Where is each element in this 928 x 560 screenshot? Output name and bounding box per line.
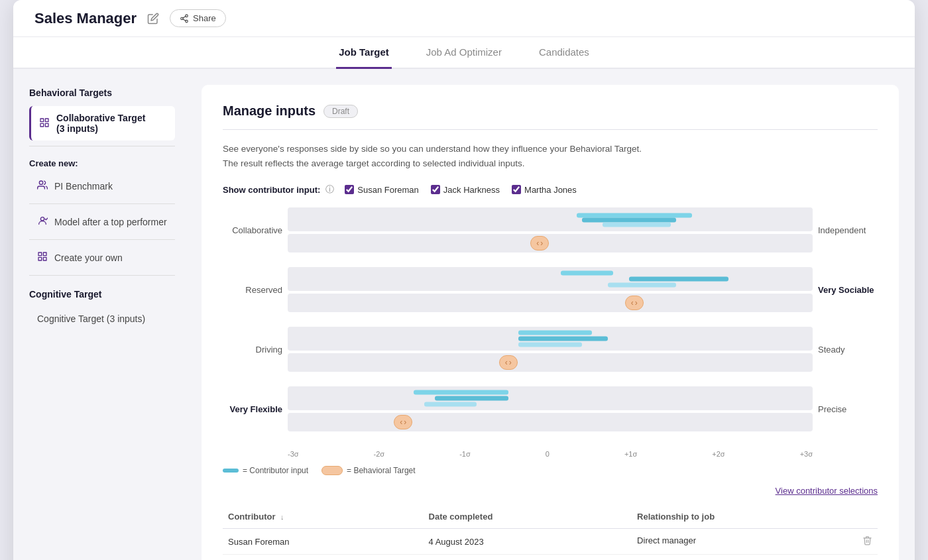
collaborative-target-label: Collaborative Target (3 inputs) xyxy=(56,113,145,134)
driving-bar-1 xyxy=(518,331,592,335)
axis-label-1: -2σ xyxy=(374,450,385,458)
header-divider xyxy=(223,129,878,130)
create-icon xyxy=(37,251,48,264)
trait-row-driving: Driving ‹ › xyxy=(223,327,878,372)
model-label: Model after a top performer xyxy=(54,217,167,227)
reserved-target-handle[interactable]: ‹ › xyxy=(625,296,644,310)
svg-line-4 xyxy=(183,16,186,17)
svg-rect-13 xyxy=(38,257,42,260)
row-relationship: Direct manager xyxy=(632,529,878,555)
legend-contributor-color xyxy=(223,469,239,473)
tab-job-ad-optimizer[interactable]: Job Ad Optimizer xyxy=(424,37,504,69)
trait-row-collaborative: Collaborative xyxy=(223,207,878,252)
tab-candidates[interactable]: Candidates xyxy=(536,37,592,69)
checkbox-martha[interactable]: Martha Jones xyxy=(512,185,577,195)
sort-icon-contributor[interactable]: ↓ xyxy=(280,513,284,521)
reserved-target-bar: ‹ › xyxy=(288,294,813,312)
checkbox-susan[interactable]: Susan Foreman xyxy=(345,185,419,195)
cognitive-target-label: Cognitive Target (3 inputs) xyxy=(37,313,145,324)
svg-point-9 xyxy=(39,181,42,184)
collaborative-bar-container: ‹ › xyxy=(288,207,813,252)
axis-labels-row: -3σ -2σ -1σ 0 +1σ +2σ +3σ xyxy=(288,446,813,458)
svg-rect-14 xyxy=(43,257,46,260)
driving-right-label: Steady xyxy=(818,345,878,355)
driving-bar-container: ‹ › xyxy=(288,327,813,372)
sidebar-item-pi-benchmark[interactable]: PI Benchmark xyxy=(29,174,175,198)
driving-input-bars xyxy=(288,327,813,351)
flexible-bar-1 xyxy=(414,390,508,395)
checkbox-jack-label: Jack Harkness xyxy=(443,185,500,195)
collaborative-target-icon xyxy=(39,117,50,130)
sidebar-divider-4 xyxy=(29,275,175,276)
edit-button[interactable] xyxy=(145,10,162,27)
table-header-date: Date completed xyxy=(424,505,632,529)
checkbox-jack-input[interactable] xyxy=(431,185,440,194)
tab-job-target[interactable]: Job Target xyxy=(336,37,392,69)
flexible-bar-2 xyxy=(435,396,508,401)
legend-target-color xyxy=(321,466,343,475)
sidebar-item-collaborative-target[interactable]: Collaborative Target (3 inputs) xyxy=(29,106,175,140)
trait-row-reserved: Reserved ‹ › xyxy=(223,267,878,312)
main-content: Manage inputs Draft See everyone's respo… xyxy=(186,69,915,560)
create-your-own-label: Create your own xyxy=(54,252,123,263)
view-contributor-link[interactable]: View contributor selections xyxy=(223,486,878,496)
reserved-bar-1 xyxy=(561,271,613,276)
collaborative-right-label: Independent xyxy=(818,225,878,235)
manage-card: Manage inputs Draft See everyone's respo… xyxy=(202,85,899,560)
manage-header: Manage inputs Draft xyxy=(223,103,878,119)
flexible-target-bar: ‹ › xyxy=(288,413,813,431)
app-container: Sales Manager Share Job Target Job Ad Op… xyxy=(13,0,915,560)
checkbox-susan-label: Susan Foreman xyxy=(357,185,419,195)
collaborative-input-bars xyxy=(288,207,813,231)
sidebar-item-model-top-performer[interactable]: Model after a top performer xyxy=(29,209,175,234)
pi-benchmark-label: PI Benchmark xyxy=(54,181,113,192)
create-new-title: Create new: xyxy=(29,158,175,168)
tabs-bar: Job Target Job Ad Optimizer Candidates xyxy=(13,37,915,69)
driving-left-label: Driving xyxy=(223,345,282,355)
checkbox-group: Susan Foreman Jack Harkness Martha Jones xyxy=(345,185,577,195)
flexible-input-bars xyxy=(288,386,813,410)
flexible-left-label: Very Flexible xyxy=(223,404,282,414)
reserved-bar-2 xyxy=(629,277,728,282)
manage-description: See everyone's responses side by side so… xyxy=(223,142,878,170)
row-contributor-name: Susan Foreman xyxy=(223,529,424,555)
collab-bar-1 xyxy=(577,213,692,217)
collaborative-target-bar: ‹ › xyxy=(288,234,813,252)
svg-point-10 xyxy=(40,217,44,221)
sidebar-divider-2 xyxy=(29,203,175,204)
svg-rect-12 xyxy=(43,252,46,256)
svg-rect-5 xyxy=(40,119,44,122)
info-icon[interactable]: ⓘ xyxy=(325,184,334,196)
delete-row-button[interactable] xyxy=(862,535,872,547)
axis-label-5: +2σ xyxy=(712,450,725,458)
collaborative-target-handle[interactable]: ‹ › xyxy=(530,236,549,251)
axis-label-3: 0 xyxy=(546,450,550,458)
reserved-bar-container: ‹ › xyxy=(288,267,813,312)
driving-target-handle[interactable]: ‹ › xyxy=(499,355,518,370)
sidebar-item-cognitive-target[interactable]: Cognitive Target (3 inputs) xyxy=(29,308,175,330)
flexible-target-handle[interactable]: ‹ › xyxy=(394,415,412,429)
row-date: 4 August 2023 xyxy=(424,529,632,555)
table-header-relationship: Relationship to job xyxy=(632,505,878,529)
driving-target-bar: ‹ › xyxy=(288,353,813,372)
svg-rect-6 xyxy=(45,119,48,122)
share-button[interactable]: Share xyxy=(170,9,226,27)
driving-bar-2 xyxy=(518,337,608,341)
checkbox-martha-input[interactable] xyxy=(512,185,521,194)
show-contributor-label: Show contributor input: xyxy=(223,185,320,195)
sidebar-item-create-your-own[interactable]: Create your own xyxy=(29,245,175,270)
contributor-table: Contributor ↓ Date completed Relationshi… xyxy=(223,505,878,555)
checkbox-jack[interactable]: Jack Harkness xyxy=(431,185,500,195)
flexible-bar-3 xyxy=(424,402,477,407)
reserved-input-bars xyxy=(288,267,813,291)
svg-rect-11 xyxy=(38,252,42,256)
chart-area: Collaborative xyxy=(223,207,878,458)
flexible-bar-container: ‹ › xyxy=(288,386,813,431)
contributor-input-row: Show contributor input: ⓘ Susan Foreman … xyxy=(223,184,878,196)
checkbox-susan-input[interactable] xyxy=(345,185,354,194)
behavioral-targets-title: Behavioral Targets xyxy=(29,87,175,98)
table-header-contributor: Contributor ↓ xyxy=(223,505,424,529)
body-layout: Behavioral Targets Collaborative Target … xyxy=(13,69,915,560)
sidebar-divider-3 xyxy=(29,239,175,240)
sidebar: Behavioral Targets Collaborative Target … xyxy=(13,69,186,560)
